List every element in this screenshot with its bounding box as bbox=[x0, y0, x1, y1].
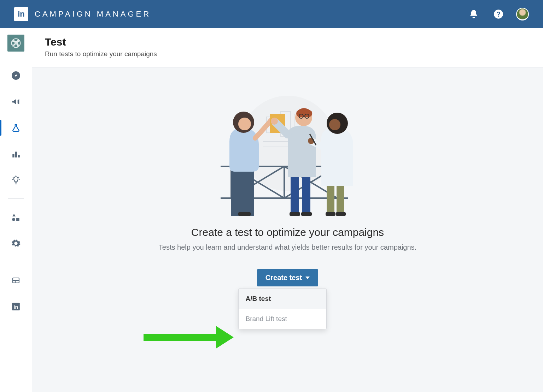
svg-rect-33 bbox=[291, 173, 299, 214]
dropdown-option-brand-lift[interactable]: Brand Lift test bbox=[239, 309, 326, 329]
logo-text: in bbox=[18, 10, 25, 19]
top-bar: in CAMPAIGN MANAGER ? bbox=[0, 0, 543, 28]
page-subtitle: Run tests to optimize your campaigns bbox=[45, 50, 530, 58]
svg-rect-48 bbox=[336, 212, 346, 216]
svg-text:?: ? bbox=[496, 10, 501, 18]
compass-icon bbox=[11, 71, 21, 80]
bar-chart-icon bbox=[11, 149, 21, 159]
empty-state-subheading: Tests help you learn and understand what… bbox=[159, 243, 416, 251]
app-title: CAMPAIGN MANAGER bbox=[35, 10, 151, 19]
svg-rect-47 bbox=[326, 212, 335, 216]
business-icon bbox=[11, 276, 21, 285]
svg-point-35 bbox=[271, 118, 278, 125]
create-test-button[interactable]: Create test bbox=[257, 269, 318, 286]
svg-marker-8 bbox=[12, 214, 16, 216]
main-content: Test Run tests to optimize your campaign… bbox=[32, 28, 543, 392]
page-header: Test Run tests to optimize your campaign… bbox=[32, 28, 543, 67]
nav-plan[interactable] bbox=[0, 64, 32, 87]
svg-rect-7 bbox=[18, 155, 19, 158]
empty-state-heading: Create a test to optimize your campaigns bbox=[191, 226, 384, 238]
dropdown-option-ab-test[interactable]: A/B test bbox=[239, 289, 326, 309]
nav-divider bbox=[8, 198, 24, 199]
megaphone-icon bbox=[11, 97, 21, 107]
svg-point-9 bbox=[12, 218, 15, 221]
nav-business[interactable] bbox=[0, 269, 32, 292]
svg-rect-6 bbox=[15, 152, 17, 158]
nav-settings[interactable] bbox=[0, 232, 32, 255]
svg-rect-5 bbox=[12, 154, 14, 158]
nav-advertise[interactable] bbox=[0, 90, 32, 113]
svg-point-30 bbox=[238, 118, 251, 130]
svg-rect-34 bbox=[302, 173, 310, 214]
user-avatar[interactable] bbox=[516, 8, 529, 20]
nav-insights[interactable] bbox=[0, 169, 32, 191]
svg-point-44 bbox=[329, 119, 340, 130]
nav-analyze[interactable] bbox=[0, 143, 32, 165]
linkedin-icon: in bbox=[11, 302, 21, 311]
caret-down-icon bbox=[305, 277, 310, 279]
nav-divider-2 bbox=[8, 262, 24, 262]
lightbulb-icon bbox=[11, 175, 21, 185]
content-body: Create a test to optimize your campaigns… bbox=[32, 67, 543, 392]
account-badge[interactable] bbox=[7, 35, 24, 52]
shapes-icon bbox=[11, 213, 21, 222]
svg-rect-40 bbox=[301, 212, 312, 216]
sidebar: in bbox=[0, 28, 32, 392]
empty-state-illustration bbox=[196, 96, 380, 216]
nav-test[interactable] bbox=[0, 117, 32, 139]
nav-linkedin[interactable]: in bbox=[0, 295, 32, 318]
svg-rect-31 bbox=[238, 212, 251, 216]
svg-text:in: in bbox=[13, 304, 18, 310]
svg-rect-39 bbox=[290, 212, 300, 216]
create-test-label: Create test bbox=[265, 274, 302, 282]
page-title: Test bbox=[45, 36, 530, 48]
gear-icon bbox=[11, 238, 21, 248]
bell-icon[interactable] bbox=[467, 7, 481, 21]
help-icon[interactable]: ? bbox=[491, 7, 506, 21]
flask-icon bbox=[11, 123, 21, 133]
linkedin-logo[interactable]: in bbox=[14, 7, 28, 21]
annotation-arrow bbox=[144, 325, 243, 346]
svg-rect-10 bbox=[16, 218, 19, 221]
create-test-dropdown: A/B test Brand Lift test bbox=[238, 289, 327, 329]
nav-assets[interactable] bbox=[0, 206, 32, 228]
